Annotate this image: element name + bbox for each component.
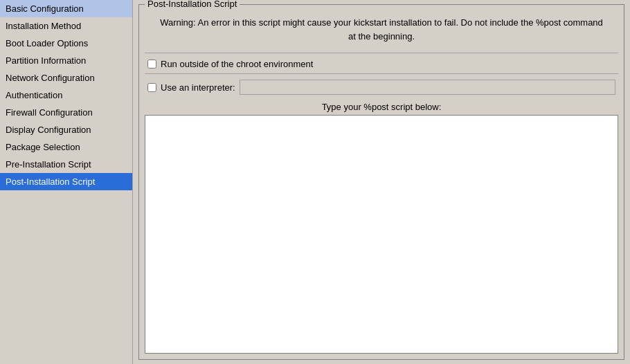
- use-interpreter-checkbox[interactable]: [147, 83, 156, 92]
- sidebar-item-boot-loader-options[interactable]: Boot Loader Options: [0, 35, 132, 52]
- divider-1: [145, 53, 618, 53]
- sidebar-item-installation-method[interactable]: Installation Method: [0, 17, 132, 35]
- script-label: Type your %post script below:: [145, 98, 618, 115]
- divider-2: [145, 73, 618, 74]
- sidebar-item-firewall-configuration[interactable]: Firewall Configuration: [0, 104, 132, 121]
- sidebar-item-package-selection[interactable]: Package Selection: [0, 138, 132, 156]
- use-interpreter-label: Use an interpreter:: [161, 82, 235, 93]
- section-box: Post-Installation Script Warning: An err…: [138, 4, 624, 360]
- run-outside-checkbox[interactable]: [147, 60, 156, 69]
- sidebar-item-display-configuration[interactable]: Display Configuration: [0, 121, 132, 138]
- run-outside-label: Run outside of the chroot environment: [161, 59, 313, 69]
- run-outside-row: Run outside of the chroot environment: [145, 56, 618, 72]
- interpreter-input[interactable]: [240, 80, 615, 95]
- sidebar-item-authentication[interactable]: Authentication: [0, 87, 132, 104]
- sidebar-item-network-configuration[interactable]: Network Configuration: [0, 69, 132, 87]
- sidebar: Basic Configuration Installation Method …: [0, 0, 133, 364]
- warning-text: Warning: An error in this script might c…: [145, 10, 618, 51]
- sidebar-item-partition-information[interactable]: Partition Information: [0, 52, 132, 69]
- sidebar-item-post-installation-script[interactable]: Post-Installation Script: [0, 173, 132, 190]
- script-textarea[interactable]: [145, 115, 618, 354]
- sidebar-item-pre-installation-script[interactable]: Pre-Installation Script: [0, 156, 132, 173]
- main-content: Post-Installation Script Warning: An err…: [133, 0, 630, 364]
- section-title: Post-Installation Script: [145, 0, 240, 9]
- use-interpreter-row: Use an interpreter:: [145, 77, 618, 98]
- sidebar-item-basic-configuration[interactable]: Basic Configuration: [0, 0, 132, 17]
